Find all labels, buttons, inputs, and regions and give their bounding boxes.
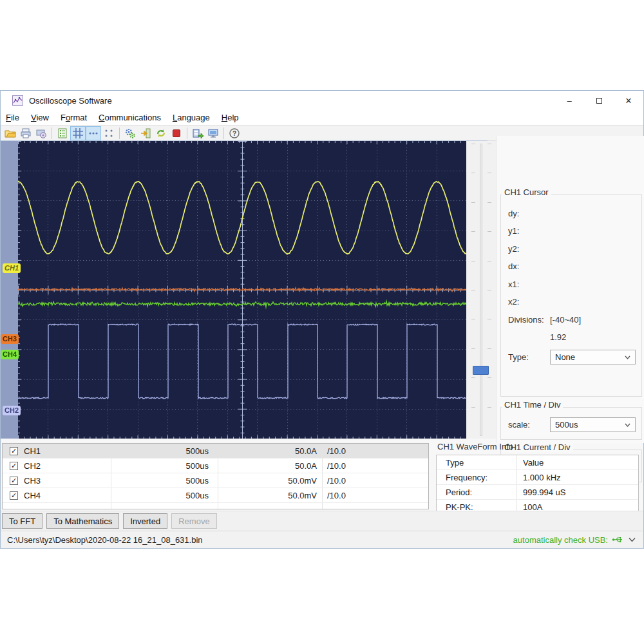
channel-tag-ch1[interactable]: CH1 xyxy=(3,263,21,273)
device-monitor-icon[interactable] xyxy=(205,126,221,140)
svg-text:?: ? xyxy=(232,130,236,137)
menu-format[interactable]: Format xyxy=(55,111,93,124)
channel-tag-ch4[interactable]: CH4 xyxy=(1,350,19,359)
menu-help[interactable]: Help xyxy=(216,111,245,124)
info-row-period: Period: 999.994 uS xyxy=(437,485,638,500)
status-bar: C:\Users\tyz\Desktop\2020-08-22 16_21_08… xyxy=(1,531,643,548)
table-row[interactable]: ✓ CH3 500us 50.0mV /10.0 xyxy=(3,473,428,488)
cursor-groupbox xyxy=(500,194,642,397)
stop-icon[interactable] xyxy=(169,126,184,140)
info-row-frequency: Frequency: 1.000 kHz xyxy=(437,470,638,485)
menu-language[interactable]: Language xyxy=(167,111,216,124)
chevron-down-icon xyxy=(625,355,630,359)
trigger-slider-zone xyxy=(466,141,497,439)
divisions-value: 1.92 xyxy=(550,332,566,342)
cursor-type-label: Type: xyxy=(508,352,529,362)
minimize-button[interactable]: – xyxy=(554,91,584,110)
channel-gutter: CH1 CH3 CH4 CH2 xyxy=(1,141,18,439)
cursor-x2-label: x2: xyxy=(508,297,519,307)
action-button-row: To FFT To Mathematics Inverted Remove xyxy=(1,511,643,531)
toolbar-separator xyxy=(119,128,120,139)
time-scale-label: scale: xyxy=(508,420,530,430)
open-folder-icon[interactable] xyxy=(3,126,18,140)
window-title: Oscilloscope Software xyxy=(29,96,112,106)
grid-icon[interactable] xyxy=(70,126,86,140)
channel-tag-ch2[interactable]: CH2 xyxy=(3,406,21,415)
divisions-range: [-40~40] xyxy=(550,315,581,325)
toolbar-separator xyxy=(223,128,224,139)
help-icon[interactable]: ? xyxy=(227,126,242,140)
slider-track[interactable] xyxy=(480,144,482,436)
table-row-empty xyxy=(3,503,428,509)
time-scale-select[interactable]: 500us xyxy=(550,417,636,432)
import-icon[interactable] xyxy=(138,126,153,140)
ch4-checkbox[interactable]: ✓ xyxy=(10,491,18,500)
refresh-icon[interactable] xyxy=(153,126,169,140)
table-row[interactable]: ✓ CH2 500us 50.0A /10.0 xyxy=(3,459,428,473)
dots-icon[interactable] xyxy=(86,126,101,140)
ch2-checkbox[interactable]: ✓ xyxy=(10,462,18,470)
app-window: Oscilloscope Software – ✕ File View Form… xyxy=(0,90,644,549)
export-data-icon[interactable] xyxy=(190,126,205,140)
trigger-slider-handle[interactable] xyxy=(473,366,489,375)
file-path: C:\Users\tyz\Desktop\2020-08-22 16_21_08… xyxy=(7,535,203,545)
table-row[interactable]: ✓ CH1 500us 50.0A /10.0 xyxy=(3,444,428,459)
screen: Oscilloscope Software – ✕ File View Form… xyxy=(0,0,644,644)
time-div-title: CH1 Time / Div xyxy=(502,400,563,410)
waveform-info-title: CH1 WaveForm Info xyxy=(437,442,513,451)
title-bar: Oscilloscope Software – ✕ xyxy=(1,91,643,110)
divisions-label: Divisions: xyxy=(508,315,544,325)
remove-button: Remove xyxy=(171,513,216,529)
menu-communications[interactable]: Communications xyxy=(93,111,167,124)
toolbar-separator xyxy=(187,128,187,139)
cursor-y1-label: y1: xyxy=(508,226,519,236)
cursor-y2-label: y2: xyxy=(508,244,519,254)
to-fft-button[interactable]: To FFT xyxy=(2,513,43,529)
usb-icon xyxy=(612,536,625,544)
maximize-button[interactable] xyxy=(584,91,614,110)
settings-gears-icon[interactable] xyxy=(122,126,138,140)
cursor-x1-label: x1: xyxy=(508,279,519,289)
waveform-info-table: Type Value Frequency: 1.000 kHz Period: … xyxy=(436,455,639,518)
ch1-checkbox[interactable]: ✓ xyxy=(10,447,18,455)
chevron-down-icon xyxy=(625,423,630,427)
ch3-checkbox[interactable]: ✓ xyxy=(10,477,18,485)
usb-chevron-down-icon[interactable] xyxy=(629,537,636,542)
cursor-dy-label: dy: xyxy=(508,209,519,218)
channel-tag-ch3[interactable]: CH3 xyxy=(1,334,19,344)
app-icon xyxy=(12,95,23,106)
channel-table: ✓ CH1 500us 50.0A /10.0 ✓ CH2 500us 50.0… xyxy=(2,443,429,509)
scatter-icon[interactable] xyxy=(101,126,117,140)
table-row[interactable]: ✓ CH4 500us 50.0mV /10.0 xyxy=(3,488,428,503)
close-button[interactable]: ✕ xyxy=(614,91,643,110)
slider-ticks xyxy=(488,144,491,436)
inverted-button[interactable]: Inverted xyxy=(123,513,167,529)
menu-bar: File View Format Communications Language… xyxy=(1,110,643,125)
toolbar-separator xyxy=(52,128,52,139)
slider-ticks xyxy=(471,144,475,436)
to-mathematics-button[interactable]: To Mathematics xyxy=(46,513,119,529)
right-panel: CH1 Cursor dy: y1: y2: dx: x1: x2: Divis… xyxy=(497,136,644,443)
info-header-row: Type Value xyxy=(437,455,638,470)
channel-list-icon[interactable] xyxy=(55,126,70,140)
print-settings-icon[interactable] xyxy=(33,126,49,140)
cursor-type-select[interactable]: None xyxy=(550,350,636,365)
maximize-icon xyxy=(596,98,602,104)
scope-canvas xyxy=(18,141,466,439)
cursor-dx-label: dx: xyxy=(508,261,519,271)
cursor-panel-title: CH1 Cursor xyxy=(502,187,551,197)
usb-status-text: automatically check USB: xyxy=(513,535,608,545)
print-icon[interactable] xyxy=(18,126,33,140)
menu-file[interactable]: File xyxy=(1,111,25,124)
menu-view[interactable]: View xyxy=(25,111,55,124)
